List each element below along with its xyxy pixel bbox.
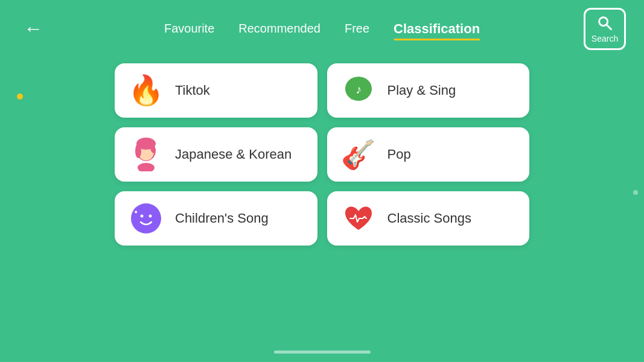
smiley-icon: ✦ [129,202,163,235]
nav-links: Favourite Recommended Free Classificatio… [164,21,480,37]
nav-free[interactable]: Free [345,22,369,36]
search-button[interactable]: Search [584,8,626,50]
decorative-dot-left [17,94,23,100]
category-card-tiktok[interactable]: 🔥 Tiktok [115,63,317,118]
svg-text:♪: ♪ [355,83,362,96]
category-label-tiktok: Tiktok [175,83,210,98]
music-chat-icon: ♪ [342,74,375,107]
svg-text:✦: ✦ [133,209,138,215]
svg-point-11 [131,203,161,233]
header: ← Favourite Recommended Free Classificat… [0,0,644,57]
search-icon [596,14,613,31]
svg-point-8 [135,144,141,158]
svg-point-13 [149,215,152,218]
category-label-japanese-korean: Japanese & Korean [175,147,292,162]
category-label-childrens-song: Children's Song [175,211,269,226]
person-icon [129,138,163,171]
nav-recommended[interactable]: Recommended [238,22,320,36]
category-label-pop: Pop [387,147,411,162]
nav-classification[interactable]: Classification [394,21,480,37]
decorative-dot-right [633,190,638,195]
category-card-japanese-korean[interactable]: Japanese & Korean [115,127,317,182]
svg-line-1 [607,25,611,29]
category-card-pop[interactable]: 🎸 Pop [327,127,530,182]
category-label-classic-songs: Classic Songs [387,211,471,226]
category-card-classic-songs[interactable]: Classic Songs [327,191,530,246]
guitar-icon: 🎸 [342,138,375,171]
nav-favourite[interactable]: Favourite [164,22,214,36]
search-label: Search [591,34,618,43]
scroll-indicator [274,351,371,354]
svg-point-12 [141,215,144,218]
category-grid: 🔥 Tiktok ♪ Play & Sing [0,57,644,258]
fire-icon: 🔥 [129,74,163,107]
back-arrow-icon: ← [24,17,43,40]
heart-icon [342,202,375,235]
category-card-play-sing[interactable]: ♪ Play & Sing [327,63,530,118]
category-label-play-sing: Play & Sing [387,83,456,98]
back-button[interactable]: ← [18,14,48,44]
category-card-childrens-song[interactable]: ✦ Children's Song [115,191,317,246]
svg-point-10 [138,163,155,171]
